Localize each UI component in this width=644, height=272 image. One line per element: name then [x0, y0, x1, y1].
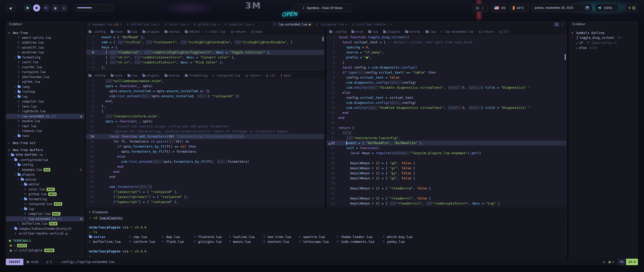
tree-item[interactable]: ▸lang: [6, 84, 84, 89]
breadcrumb-item[interactable]: nvim: [111, 30, 122, 33]
close-icon[interactable]: ×: [187, 23, 189, 26]
code-line[interactable]: 19 vim.list_extend(dst: opts.formatters_…: [86, 159, 324, 164]
tree-item[interactable]: ☾winshift.lua: [6, 45, 84, 50]
updates-pill[interactable]: 9: [625, 4, 638, 12]
tab-keymaps-lua[interactable]: ☾keymaps.lua⚠3×: [86, 22, 124, 27]
code-line[interactable]: 16 if opts.formatters_by_ft[ft] == nil t…: [86, 144, 324, 149]
breadcrumb-item[interactable]: lua: [368, 30, 378, 33]
code-line[interactable]: 11 opts = function(_, opts): [86, 119, 324, 124]
windows-button[interactable]: ▣: [52, 5, 59, 12]
code-line[interactable]: 6 { [1]"<leader>uC", [2]"<cmd>CccHighlig…: [86, 50, 324, 55]
tree-item[interactable]: ▾Juegos/Indies/SteamLibrary/st: [6, 226, 84, 231]
tree-item[interactable]: ☾keymaps.lua#10⚠: [6, 167, 84, 172]
code-line[interactable]: 23: [86, 179, 324, 184]
code-line[interactable]: 11 vim.notify(msg: "Disable diagnostics …: [327, 85, 567, 90]
tree-item[interactable]: ▾editor: [6, 182, 84, 187]
breadcrumb-item[interactable]: extras: [405, 30, 420, 33]
code-line[interactable]: 6 vim.list_extend(dst: opts.ensure_insta…: [86, 94, 324, 99]
tree-item[interactable]: ☾rustfmt.lua: [6, 65, 84, 70]
symbol-item[interactable]: ▾ƒtoggle_diag_virtextfu: [569, 35, 638, 40]
code-line[interactable]: 18 else: [86, 154, 324, 159]
tab-lsp-extended-lua[interactable]: ☾lsp-extended.lua●: [272, 22, 313, 27]
slider-handle[interactable]: [77, 7, 92, 8]
workspace-dot-1[interactable]: [24, 4, 31, 12]
code-line[interactable]: 33 keys[#keys + 1] = { "<leader>cl", fal…: [327, 196, 567, 201]
code-line[interactable]: 8 { [1]"<C-c>", [2]"<cmd>CccPick<cr>", d…: [86, 60, 324, 65]
symbol-item[interactable]: ◇ifif type(config.vi: [569, 40, 638, 45]
symbols-outline-header[interactable]: ▾ Symbols Outline: [569, 30, 638, 35]
tabpage-1[interactable]: 1: [554, 22, 559, 26]
tree-item[interactable]: ☾rustywind.lua#726: [6, 202, 84, 207]
code-line[interactable]: 32: [327, 191, 567, 196]
code-line[interactable]: 9 config.virtual_text = false: [327, 75, 567, 80]
code-line[interactable]: 8 },: [86, 104, 324, 109]
code-line[interactable]: 22 end: [86, 174, 324, 179]
code-line[interactable]: 21 end: [86, 169, 324, 174]
breadcrumb-item[interactable]: ☾rustywind.lua: [213, 74, 240, 77]
code-line[interactable]: 30: [327, 181, 567, 186]
breadcrumb-item[interactable]: extras: [165, 30, 180, 33]
breadcrumb-item[interactable]: nvim: [111, 74, 122, 77]
close-icon[interactable]: ×: [345, 23, 347, 26]
tab-bufferline-lua[interactable]: ☾bufferline.lua×: [124, 22, 162, 27]
code-line[interactable]: 21 [1]"neovim/nvim-lspconfig",: [327, 135, 567, 141]
scrollbar-thumb[interactable]: [323, 37, 324, 41]
breadcrumb-item[interactable]: plugins: [383, 30, 400, 33]
breadcrumb-item[interactable]: {}[1]: [499, 30, 509, 33]
code-line[interactable]: 25: [327, 156, 567, 161]
code-line[interactable]: 4 source = "if_many",: [327, 50, 567, 55]
code-line[interactable]: 2 local virtual_text = { -- Default virt…: [327, 40, 567, 45]
breadcrumb-item[interactable]: editor: [185, 30, 200, 33]
neotree-buffers-section-header[interactable]: ▾ Neo-Tree Buffers: [6, 148, 84, 153]
tree-item[interactable]: ▸test: [6, 133, 84, 139]
tree-item[interactable]: ☾compiler.lua: [6, 99, 84, 104]
tabpage-2[interactable]: 2: [560, 22, 565, 26]
breadcrumb-item[interactable]: extras: [165, 74, 180, 77]
tree-item[interactable]: ☾scrollbar-handle-vertical.p: [6, 231, 84, 236]
temperature-pill[interactable]: 24°C: [510, 4, 529, 12]
code-line[interactable]: 15 for ft, formatters in pairs(t: tbl) d…: [86, 139, 324, 144]
code-line[interactable]: 20 [1]{: [327, 130, 567, 135]
volume-pill[interactable]: 100%: [595, 4, 618, 12]
code-line[interactable]: 8 if type(v: config.virtual_text) == "ta…: [327, 70, 567, 75]
code-line[interactable]: 16 end: [327, 110, 567, 115]
tree-item[interactable]: ☾compiler.lua#682: [6, 212, 84, 217]
code-line[interactable]: 24 local keys = require(modname: "lazyvi…: [327, 151, 567, 156]
tree-item[interactable]: ☾isort.lua: [6, 60, 84, 65]
tree-item[interactable]: ☾github.lua#654: [6, 192, 84, 197]
code-line[interactable]: 14 local function add_formatters(tbl :ta…: [86, 134, 324, 139]
code-line[interactable]: 17end: [327, 115, 567, 120]
code-line[interactable]: 31 keys[#keys + 1] = { "<leader>ca", fal…: [327, 186, 567, 191]
launcher-button[interactable]: ▶: [6, 4, 16, 12]
neotree-git-section-header[interactable]: ▸ Neo-Tree Git: [6, 141, 84, 146]
code-line[interactable]: 10 [1]"stevearc/conform.nvim",: [86, 114, 324, 119]
tree-item[interactable]: ☾shellharden.lua: [6, 75, 84, 80]
notes-button[interactable]: ≡: [60, 5, 67, 12]
code-line[interactable]: 7 end,: [86, 99, 324, 104]
code-line[interactable]: 20 end: [86, 164, 324, 169]
code-line[interactable]: 27 ["typescript"] = { "rustywind" },: [86, 199, 324, 205]
terminal-list-item[interactable]: ▣~#2859: [6, 243, 84, 248]
terminals-section-header[interactable]: ▣ TERMINALS: [6, 238, 84, 243]
code-line[interactable]: 14 vim.diagnostic.config(opts: config): [327, 100, 567, 105]
tab-github-lua[interactable]: ☾github.lua×: [191, 22, 222, 27]
tree-item[interactable]: ☾lsp-extended.lu[+]◆: [6, 114, 84, 119]
code-line[interactable]: 26 keys[#keys + 1] = { "gd", false }: [327, 161, 567, 166]
notifications-pill[interactable]: 11 ☾: [472, 4, 488, 12]
code-line[interactable]: 28 keys[#keys + 1] = { "gy", false }: [327, 171, 567, 176]
tab-scrollbar-handle-[interactable]: ☾scrollbar-handle-…×: [350, 22, 395, 27]
breadcrumb-item[interactable]: nvim: [351, 30, 363, 33]
code-line[interactable]: 7 { [1]"<S-C>", [2]"<cmd>CccConvert<cr>"…: [86, 55, 324, 60]
code-line[interactable]: 12 --- Extend the conform plugin config …: [86, 124, 324, 129]
breadcrumb-item[interactable]: []return: [245, 74, 260, 77]
breadcrumb-item[interactable]: lua: [128, 74, 137, 77]
breadcrumb-item[interactable]: lua: [128, 30, 137, 33]
code-line[interactable]: 24 add_formatters(tbl: {: [86, 184, 324, 189]
code-line[interactable]: 27 keys[#keys + 1] = { "gr", false }: [327, 166, 567, 171]
terminal-list-item[interactable]: ▣~/.c/n/l/plugins#3980: [6, 248, 84, 253]
music-widget[interactable]: ♪ Spiritbox - Rule Of Nines: [293, 4, 352, 12]
tree-item[interactable]: ▾.config/nvim/lua: [6, 157, 84, 162]
breadcrumb-item[interactable]: {}keys: [251, 30, 263, 33]
tree-item[interactable]: ▸linting: [6, 89, 84, 94]
breadcrumb-item[interactable]: .config: [329, 30, 346, 33]
